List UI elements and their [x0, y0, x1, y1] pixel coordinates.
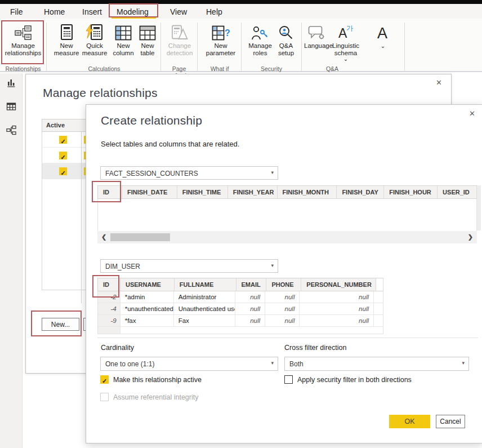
active-checkbox[interactable]: ✓ — [59, 152, 67, 159]
quick-measure-button[interactable]: Quick measure — [80, 21, 109, 65]
svg-text:?: ? — [225, 28, 230, 38]
new-column-button[interactable]: New column — [110, 21, 136, 65]
linguistic-schema-icon: A — [365, 21, 401, 41]
group-separator — [197, 23, 198, 71]
referential-integrity-checkbox — [100, 393, 109, 401]
menu-home[interactable]: Home — [44, 7, 65, 16]
relationship-row-selected[interactable]: ✓ — [42, 163, 91, 179]
dropdown-arrow-icon: ▾ — [271, 360, 274, 366]
parameter-icon: ? — [203, 21, 239, 41]
menu-file[interactable]: File — [10, 7, 23, 16]
change-detection-icon — [163, 21, 196, 41]
scroll-right-icon[interactable]: ❯ — [468, 233, 473, 241]
table1-horizontal-scrollbar[interactable]: ❮ ❯ — [97, 231, 477, 243]
table1-col-id[interactable]: ID — [98, 186, 122, 198]
menu-view[interactable]: View — [170, 7, 187, 16]
report-view-icon[interactable] — [6, 78, 16, 88]
active-checkbox[interactable]: ✓ — [59, 167, 67, 175]
make-active-checkbox[interactable]: ✓ — [100, 375, 109, 384]
calculator-icon — [52, 21, 81, 41]
table2-col-personal-number[interactable]: PERSONAL_NUMBER — [301, 278, 376, 291]
option-security-filter: Apply security filter in both directions — [284, 375, 412, 384]
group-separator — [301, 23, 302, 71]
table1-selected-value: FACT_SESSION_COUNTERS — [105, 170, 198, 178]
model-view-icon[interactable] — [6, 125, 16, 135]
table2-select[interactable]: DIM_USER ▾ — [100, 259, 278, 273]
create-dialog-subtitle: Select tables and columns that are relat… — [101, 140, 239, 148]
relationship-row[interactable]: ✓ — [42, 148, 91, 163]
create-relationship-dialog: Create relationship ✕ Select tables and … — [86, 104, 482, 443]
relationships-table: Active ✓ ✓ ✓ — [42, 119, 91, 290]
manage-roles-button[interactable]: Manage roles — [246, 21, 275, 65]
cross-filter-select[interactable]: Both ▾ — [284, 357, 469, 371]
cross-filter-label: Cross filter direction — [284, 344, 346, 352]
active-checkbox[interactable]: ✓ — [59, 136, 67, 144]
group-separator — [241, 23, 242, 71]
view-as-button[interactable]: Q&A setup — [276, 21, 296, 65]
active-column-header: Active — [42, 119, 91, 132]
svg-text:A: A — [377, 25, 387, 41]
scrollbar-thumb[interactable] — [110, 233, 170, 241]
table1-col-finish-time[interactable]: FINISH_TIME — [177, 186, 228, 198]
table2-col-fullname[interactable]: FULLNAME — [175, 278, 236, 291]
table2-empty-row — [97, 327, 383, 334]
menu-help[interactable]: Help — [206, 7, 222, 16]
close-icon[interactable]: ✕ — [436, 79, 442, 87]
group-label-security: Security — [248, 65, 295, 72]
table1-col-finish-day[interactable]: FINISH_DAY — [337, 186, 384, 198]
table1-col-finish-date[interactable]: FINISH_DATE — [122, 186, 177, 198]
manage-relationships-button[interactable]: Manage relationships — [2, 21, 44, 65]
powerbi-window: File Home Insert Modeling View Help Mana… — [0, 0, 482, 448]
new-table-button[interactable]: New table — [136, 21, 159, 65]
table-empty-area — [42, 179, 91, 290]
table2-preview: ID USERNAME FULLNAME EMAIL PHONE PERSONA… — [97, 278, 383, 334]
table-row[interactable]: -4 *unauthenticated Unauthenticated user… — [97, 303, 383, 315]
cardinality-label: Cardinality — [101, 344, 134, 352]
table1-col-user-id[interactable]: USER_ID — [438, 186, 477, 198]
table2-col-id[interactable]: ID — [98, 278, 120, 291]
ok-button[interactable]: OK — [389, 415, 430, 428]
ribbon: Manage relationships New measure Quick m… — [0, 19, 482, 72]
table1-select[interactable]: FACT_SESSION_COUNTERS ▾ — [100, 166, 278, 180]
group-separator — [160, 23, 161, 71]
security-filter-checkbox[interactable] — [284, 375, 293, 384]
table-row[interactable]: -9 *fax Fax null null null — [97, 315, 383, 327]
table-icon — [136, 21, 159, 41]
menu-modeling[interactable]: Modeling — [117, 7, 149, 16]
cardinality-select[interactable]: One to one (1:1) ▾ — [100, 357, 278, 371]
close-icon[interactable]: ✕ — [469, 110, 475, 118]
data-view-icon[interactable] — [6, 101, 16, 112]
group-separator — [46, 23, 47, 71]
manage-relationships-icon — [2, 21, 44, 41]
language-icon: A가 — [330, 21, 362, 41]
new-measure-button[interactable]: New measure — [52, 21, 81, 65]
group-label-what-if: What if — [202, 65, 238, 72]
table1-col-finish-month[interactable]: FINISH_MONTH — [278, 186, 337, 198]
table2-col-username[interactable]: USERNAME — [120, 278, 175, 291]
table1-preview: ID FINISH_DATE FINISH_TIME FINISH_YEAR F… — [97, 185, 477, 243]
table-row[interactable]: -2 *admin Administrator null null null — [97, 291, 383, 303]
menu-insert[interactable]: Insert — [82, 7, 102, 16]
magnifier-person-icon — [276, 21, 296, 41]
option-referential-integrity: Assume referential integrity — [100, 393, 198, 401]
relationship-row[interactable]: ✓ — [42, 132, 91, 148]
language-button[interactable]: A가 Linguistic schema ⌄ — [330, 21, 362, 65]
table2-selected-value: DIM_USER — [105, 263, 140, 270]
view-sidebar — [0, 73, 23, 448]
new-parameter-button[interactable]: ? New parameter — [203, 21, 239, 65]
table2-col-phone[interactable]: PHONE — [266, 278, 301, 291]
chevron-down-icon: ⌄ — [381, 43, 385, 49]
cancel-button[interactable]: Cancel — [436, 415, 465, 428]
change-detection-button: Change detection — [163, 21, 196, 65]
table2-col-email[interactable]: EMAIL — [236, 278, 267, 291]
group-label-relationships: Relationships — [2, 65, 44, 72]
scroll-left-icon[interactable]: ❮ — [101, 233, 106, 241]
new-relationship-button[interactable]: New... — [42, 318, 79, 331]
linguistic-schema-button[interactable]: A ⌄ — [365, 21, 401, 65]
qa-setup-button[interactable]: Language — [304, 21, 329, 65]
table1-col-finish-hour[interactable]: FINISH_HOUR — [384, 186, 438, 198]
table1-vertical-scrollbar[interactable] — [477, 185, 481, 230]
table1-col-finish-year[interactable]: FINISH_YEAR — [228, 186, 278, 198]
cardinality-value: One to one (1:1) — [105, 360, 154, 368]
dropdown-arrow-icon: ▾ — [271, 170, 274, 175]
